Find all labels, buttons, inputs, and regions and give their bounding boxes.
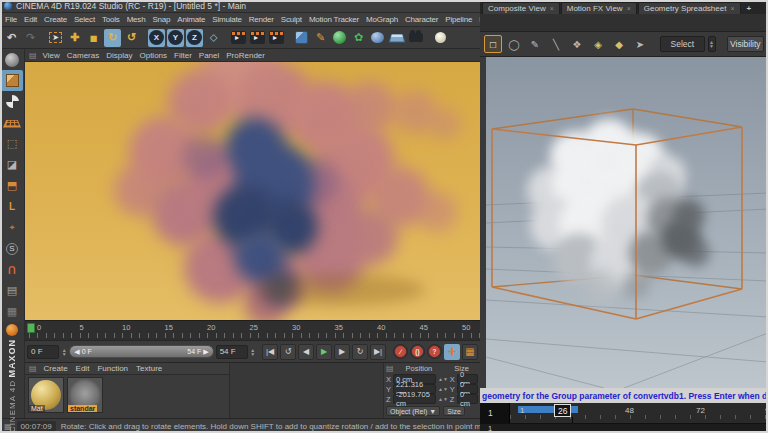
keyframe-selection-button[interactable]: ? xyxy=(427,344,442,359)
brush-select-icon[interactable]: ✎ xyxy=(526,35,544,53)
current-frame-indicator[interactable]: 26 xyxy=(554,404,571,417)
pane-tab[interactable]: Motion FX View × xyxy=(561,2,637,14)
record-keyframe-button[interactable]: ∕ xyxy=(393,344,408,359)
polygons-mode-icon[interactable]: ⬒ xyxy=(1,175,23,196)
rotate-tool[interactable]: ↻ xyxy=(104,29,121,47)
material-menu-item[interactable]: Function xyxy=(97,364,128,373)
material-menu-item[interactable]: Create xyxy=(44,364,68,373)
select-mode-spinner[interactable]: ▲▼ xyxy=(708,36,716,52)
model-mode-icon[interactable] xyxy=(1,70,23,91)
position-value-field[interactable]: -2019.705 cm xyxy=(393,394,436,404)
spline-pen-button[interactable]: ✎ xyxy=(312,29,329,47)
timeline-ruler[interactable]: 05101520253035404550 xyxy=(25,320,480,340)
last-tool-used[interactable]: ↺ xyxy=(123,29,140,47)
size-mode-button[interactable]: Size xyxy=(443,406,465,416)
deformer-button[interactable] xyxy=(369,29,386,47)
goto-end-button[interactable]: ▶| xyxy=(370,344,386,360)
c4d-menu-item[interactable]: File xyxy=(3,14,19,25)
select-mode-dropdown[interactable]: Select xyxy=(660,36,705,52)
light-object-button[interactable] xyxy=(432,29,449,47)
c4d-menu-item[interactable]: Mesh xyxy=(125,14,148,25)
snap-select-icon[interactable]: ➤ xyxy=(631,35,649,53)
texture-mode-icon[interactable] xyxy=(1,91,23,112)
workplane-mode-icon[interactable] xyxy=(1,112,23,133)
size-value-field[interactable]: 0 cm xyxy=(457,394,478,404)
range-start-field[interactable]: 1 xyxy=(480,403,510,423)
position-spinner[interactable]: ▲▼ xyxy=(438,396,448,402)
c4d-titlebar[interactable]: CINEMA 4D R19.024 Studio (RC - R19) - [U… xyxy=(0,0,480,13)
visibility-button[interactable]: Visibility xyxy=(727,36,765,52)
c4d-menu-item[interactable]: Snap xyxy=(150,14,172,25)
material-menu-item[interactable]: Texture xyxy=(136,364,162,373)
next-frame-button[interactable]: ▶ xyxy=(334,344,350,360)
record-position-toggle[interactable]: ✛ xyxy=(444,344,460,360)
aux-range-field[interactable]: 1 xyxy=(480,424,510,433)
sculpt-mode-icon[interactable] xyxy=(1,49,23,70)
enable-axis-icon[interactable]: L xyxy=(1,196,23,217)
x-axis-lock-button[interactable]: X xyxy=(148,29,165,47)
loop-button[interactable]: ↻ xyxy=(352,344,368,360)
workplane-lock-icon[interactable]: ▤ xyxy=(1,280,23,301)
viewport-menu-item[interactable]: Filter xyxy=(174,51,192,60)
previous-frame-button[interactable]: ◀ xyxy=(298,344,314,360)
position-spinner[interactable]: ▲▼ xyxy=(438,376,448,382)
end-frame-field[interactable]: 54 F xyxy=(216,345,248,359)
playbar-ruler[interactable]: 1487296 26 xyxy=(510,403,768,423)
points-mode-icon[interactable]: ⬚ xyxy=(1,133,23,154)
viewport-menu-item[interactable]: ProRender xyxy=(226,51,265,60)
c4d-menu-item[interactable]: Edit xyxy=(22,14,39,25)
move-tool[interactable]: ✚ xyxy=(66,29,83,47)
autokeying-button[interactable]: () xyxy=(410,344,425,359)
position-spinner[interactable]: ▲▼ xyxy=(438,386,448,392)
current-frame-spinner[interactable]: ▲▼ xyxy=(61,345,67,359)
material-thumbnail[interactable]: standar xyxy=(67,377,103,413)
floor-object-button[interactable] xyxy=(388,29,405,47)
snap-settings-icon[interactable]: S xyxy=(1,238,23,259)
c4d-menu-item[interactable]: Render xyxy=(247,14,276,25)
close-tab-icon[interactable]: × xyxy=(730,5,734,12)
c4d-viewport[interactable] xyxy=(25,62,480,320)
c4d-menu-item[interactable]: Simulate xyxy=(210,14,244,25)
viewport-panel-icon[interactable]: ▤ xyxy=(29,51,37,60)
close-tab-icon[interactable]: × xyxy=(550,5,554,12)
camera-object-button[interactable] xyxy=(407,29,424,47)
c4d-menu-item[interactable]: Motion Tracker xyxy=(307,14,361,25)
viewport-menu-item[interactable]: Options xyxy=(139,51,167,60)
redo-button[interactable]: ↷ xyxy=(22,29,39,47)
c4d-menu-item[interactable]: Character xyxy=(403,14,440,25)
lasso-select-icon[interactable]: ◯ xyxy=(505,35,523,53)
end-frame-spinner[interactable]: ▲▼ xyxy=(250,345,256,359)
y-axis-lock-button[interactable]: Y xyxy=(167,29,184,47)
viewport-menu-item[interactable]: Display xyxy=(106,51,132,60)
viewport-menu-item[interactable]: Cameras xyxy=(67,51,99,60)
undo-button[interactable]: ↶ xyxy=(3,29,20,47)
box-select-icon[interactable]: □ xyxy=(484,35,502,53)
select-connected-icon[interactable]: ❖ xyxy=(568,35,586,53)
material-menu-item[interactable]: Edit xyxy=(76,364,90,373)
close-tab-icon[interactable]: × xyxy=(627,5,631,12)
material-panel-icon[interactable]: ▤ xyxy=(29,364,37,373)
render-view-button[interactable] xyxy=(230,29,247,47)
laser-select-icon[interactable]: ╲ xyxy=(547,35,565,53)
houdini-viewport[interactable] xyxy=(480,57,768,388)
render-to-picture-viewer-button[interactable] xyxy=(249,29,266,47)
c4d-menu-item[interactable]: Sculpt xyxy=(279,14,304,25)
array-generator-button[interactable]: ✿ xyxy=(350,29,367,47)
timeline-playhead[interactable] xyxy=(27,323,35,333)
z-axis-lock-button[interactable]: Z xyxy=(186,29,203,47)
c4d-menu-item[interactable]: Animate xyxy=(175,14,207,25)
add-cube-button[interactable] xyxy=(293,29,310,47)
select-group-icon[interactable]: ◈ xyxy=(589,35,607,53)
c4d-menu-item[interactable]: Pipeline xyxy=(443,14,474,25)
pane-tab[interactable]: Composite View × xyxy=(482,2,560,14)
c4d-menu-item[interactable]: Select xyxy=(72,14,97,25)
coordinate-system-button[interactable]: ⬦ xyxy=(205,29,222,47)
record-parameter-toggle[interactable]: ▦ xyxy=(462,344,478,360)
new-tab-button[interactable]: + xyxy=(742,3,757,14)
preview-range-slider[interactable]: ◀ 0 F 54 F ▶ xyxy=(69,345,213,358)
coordinates-panel-icon[interactable]: ▤ xyxy=(386,364,394,373)
render-settings-button[interactable] xyxy=(268,29,285,47)
current-frame-field[interactable]: 0 F xyxy=(27,345,59,359)
c4d-menu-item[interactable]: MoGraph xyxy=(364,14,400,25)
goto-start-button[interactable]: |◀ xyxy=(262,344,278,360)
